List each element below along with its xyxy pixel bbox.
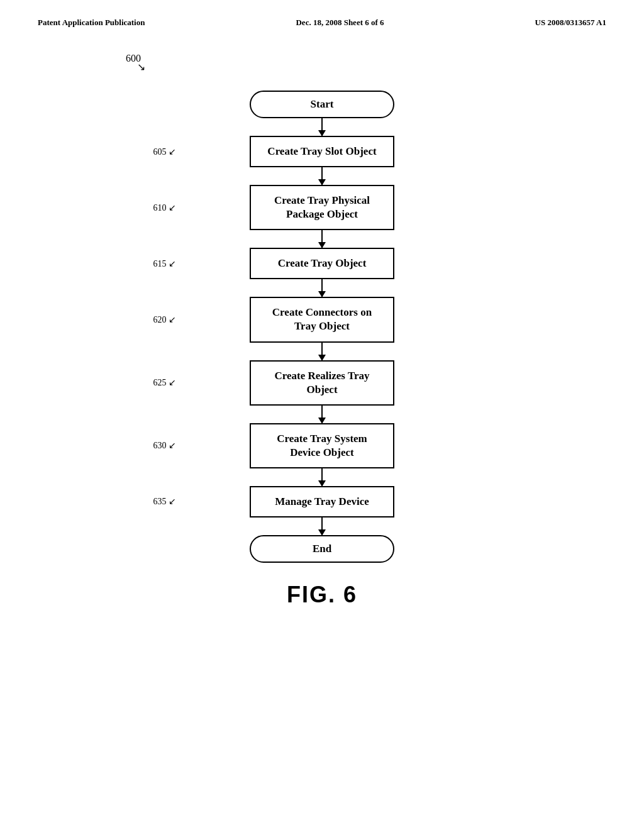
- step-625-text: Create Realizes Tray Object: [274, 370, 369, 396]
- figure-label: FIG. 6: [287, 582, 357, 608]
- end-node: End: [250, 535, 394, 563]
- step-615-row: 615 ↙ Create Tray Object: [0, 248, 644, 279]
- label-615: 615 ↙: [138, 258, 176, 269]
- arrow-6: [321, 468, 323, 486]
- end-node-row: End: [0, 535, 644, 563]
- step-620-text: Create Connectors on Tray Object: [272, 306, 372, 332]
- arrow-5: [321, 406, 323, 423]
- header-center: Dec. 18, 2008 Sheet 6 of 6: [296, 18, 384, 28]
- label-610: 610 ↙: [138, 202, 176, 213]
- diagram-container: 600 ↗ Start 605 ↙ Create Tray Slot Objec…: [0, 47, 644, 608]
- header-right: US 2008/0313657 A1: [535, 18, 606, 28]
- arrow-7: [321, 517, 323, 535]
- step-625-row: 625 ↙ Create Realizes Tray Object: [0, 360, 644, 406]
- step-610-row: 610 ↙ Create Tray Physical Package Objec…: [0, 185, 644, 230]
- step-605-box: Create Tray Slot Object: [250, 136, 394, 167]
- step-610-text: Create Tray Physical Package Object: [274, 194, 370, 220]
- page-header: Patent Application Publication Dec. 18, …: [0, 0, 644, 28]
- label-630: 630 ↙: [138, 440, 176, 451]
- label-625: 625 ↙: [138, 377, 176, 388]
- step-630-box: Create Tray System Device Object: [250, 423, 394, 468]
- step-615-box: Create Tray Object: [250, 248, 394, 279]
- label-605: 605 ↙: [138, 147, 176, 157]
- diagram-arrow: ↗: [137, 62, 145, 74]
- diagram-number-area: 600 ↗: [0, 47, 644, 78]
- step-630-row: 630 ↙ Create Tray System Device Object: [0, 423, 644, 468]
- header-left: Patent Application Publication: [38, 18, 145, 28]
- step-615-text: Create Tray Object: [278, 257, 367, 269]
- step-635-text: Manage Tray Device: [275, 495, 369, 507]
- arrow-4: [321, 343, 323, 360]
- step-605-row: 605 ↙ Create Tray Slot Object: [0, 136, 644, 167]
- step-630-text: Create Tray System Device Object: [277, 433, 367, 458]
- arrow-1: [321, 167, 323, 185]
- start-node-row: Start: [0, 91, 644, 118]
- step-635-box: Manage Tray Device: [250, 486, 394, 517]
- start-node: Start: [250, 91, 394, 118]
- step-605-text: Create Tray Slot Object: [267, 145, 376, 157]
- step-635-row: 635 ↙ Manage Tray Device: [0, 486, 644, 517]
- label-635: 635 ↙: [138, 496, 176, 507]
- step-620-row: 620 ↙ Create Connectors on Tray Object: [0, 297, 644, 342]
- step-610-box: Create Tray Physical Package Object: [250, 185, 394, 230]
- label-620: 620 ↙: [138, 314, 176, 325]
- step-620-box: Create Connectors on Tray Object: [250, 297, 394, 342]
- flowchart: Start 605 ↙ Create Tray Slot Object 610 …: [0, 91, 644, 563]
- arrow-2: [321, 230, 323, 248]
- arrow-0: [321, 118, 323, 136]
- arrow-3: [321, 279, 323, 297]
- step-625-box: Create Realizes Tray Object: [250, 360, 394, 406]
